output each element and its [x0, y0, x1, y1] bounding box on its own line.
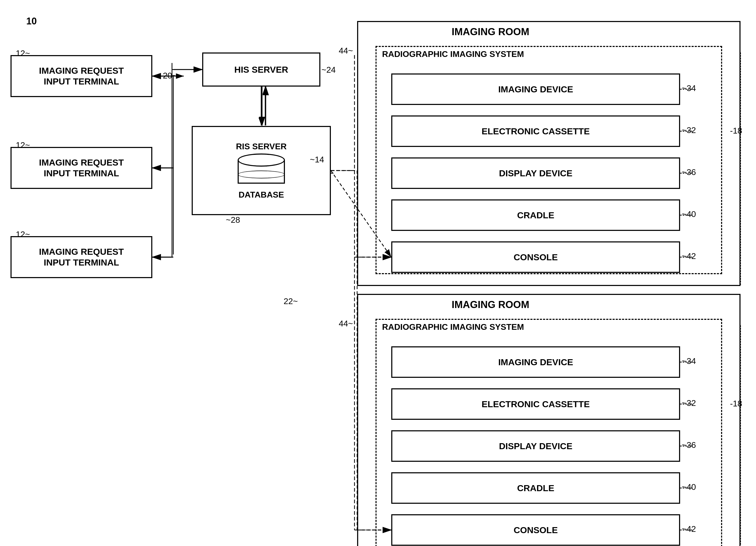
display-device-box-2: DISPLAY DEVICE: [391, 430, 680, 462]
electronic-cassette-ref-1: ~32: [682, 125, 696, 135]
network-ref-bottom: 22~: [284, 296, 298, 306]
his-server-ref: ~24: [321, 65, 336, 75]
terminal-label-1: IMAGING REQUESTINPUT TERMINAL: [39, 65, 124, 87]
display-device-label-2: DISPLAY DEVICE: [499, 441, 572, 451]
ris-server-label: RIS SERVER: [236, 142, 286, 151]
his-server-label: HIS SERVER: [234, 64, 288, 75]
imaging-device-label-1: IMAGING DEVICE: [498, 84, 573, 95]
ris-server-ref: ~14: [310, 155, 324, 165]
terminal-box-3: IMAGING REQUESTINPUT TERMINAL: [11, 236, 152, 278]
database-label: DATABASE: [238, 190, 284, 200]
display-device-ref-1: ~36: [682, 167, 696, 177]
imaging-device-box-1: IMAGING DEVICE: [391, 74, 680, 105]
his-server-box: HIS SERVER: [202, 53, 320, 87]
console-label-2: CONSOLE: [514, 525, 558, 535]
imaging-device-ref-2: ~34: [682, 356, 696, 366]
console-box-1: CONSOLE: [391, 242, 680, 273]
electronic-cassette-box-1: ELECTRONIC CASSETTE: [391, 116, 680, 147]
terminal-box-1: IMAGING REQUESTINPUT TERMINAL: [11, 55, 152, 97]
electronic-cassette-label-1: ELECTRONIC CASSETTE: [482, 126, 590, 137]
cradle-ref-2: ~40: [682, 482, 696, 492]
imaging-room-ref-1: 44~: [339, 46, 353, 56]
imaging-room-label-1: IMAGING ROOM: [452, 26, 529, 38]
display-device-ref-2: ~36: [682, 440, 696, 450]
radiographic-label-2: RADIOGRAPHIC IMAGING SYSTEM: [382, 322, 524, 332]
cradle-label-2: CRADLE: [517, 483, 554, 493]
electronic-cassette-label-2: ELECTRONIC CASSETTE: [482, 399, 590, 409]
imaging-device-ref-1: ~34: [682, 83, 696, 93]
database-ref: ~28: [226, 215, 240, 225]
cradle-box-2: CRADLE: [391, 472, 680, 504]
cradle-box-1: CRADLE: [391, 200, 680, 231]
console-ref-2: ~42: [682, 524, 696, 534]
cradle-label-1: CRADLE: [517, 210, 554, 221]
outer-ref-1: -18: [730, 126, 742, 136]
electronic-cassette-box-2: ELECTRONIC CASSETTE: [391, 388, 680, 420]
ris-server-box: RIS SERVER DATABASE: [192, 126, 331, 215]
imaging-device-box-2: IMAGING DEVICE: [391, 346, 680, 378]
console-label-1: CONSOLE: [514, 252, 558, 263]
outer-ref-2: -18: [730, 399, 742, 408]
imaging-room-ref-2: 44~: [339, 319, 353, 328]
electronic-cassette-ref-2: ~32: [682, 398, 696, 408]
terminal-label-2: IMAGING REQUESTINPUT TERMINAL: [39, 157, 124, 179]
imaging-room-label-2: IMAGING ROOM: [452, 299, 529, 310]
fig-number: 10: [26, 16, 37, 27]
network-ref-top: 20~: [163, 71, 177, 81]
terminal-box-2: IMAGING REQUESTINPUT TERMINAL: [11, 147, 152, 189]
display-device-label-1: DISPLAY DEVICE: [499, 168, 572, 179]
terminal-ref-1: 12~: [16, 49, 30, 58]
display-device-box-1: DISPLAY DEVICE: [391, 158, 680, 189]
terminal-ref-3: 12~: [16, 230, 30, 239]
imaging-device-label-2: IMAGING DEVICE: [498, 357, 573, 367]
terminal-ref-2: 12~: [16, 140, 30, 150]
console-ref-1: ~42: [682, 252, 696, 261]
terminal-label-3: IMAGING REQUESTINPUT TERMINAL: [39, 247, 124, 268]
radiographic-label-1: RADIOGRAPHIC IMAGING SYSTEM: [382, 49, 524, 59]
console-box-2: CONSOLE: [391, 514, 680, 546]
cradle-ref-1: ~40: [682, 210, 696, 219]
